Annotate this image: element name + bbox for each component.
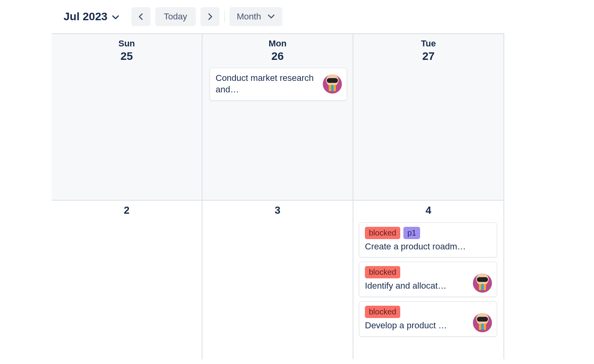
- calendar-cell-mon-3[interactable]: 3: [202, 201, 353, 359]
- calendar-cell-tue-27[interactable]: Tue 27: [353, 34, 504, 201]
- event-labels: blocked: [365, 266, 491, 278]
- cell-header: Tue 27: [353, 34, 503, 63]
- event-labels: blocked p1: [365, 227, 491, 239]
- toolbar-separator: [224, 11, 225, 23]
- event-card-title: Create a product roadm…: [365, 241, 491, 253]
- cell-header: Sun 25: [52, 34, 202, 63]
- event-card[interactable]: blocked p1 Create a product roadm…: [359, 222, 497, 258]
- view-picker[interactable]: Month: [230, 7, 282, 26]
- calendar-toolbar: Jul 2023 Today Month: [0, 0, 594, 33]
- assignee-avatar[interactable]: [323, 75, 342, 94]
- chevron-down-icon: [112, 13, 120, 21]
- day-number: 26: [202, 49, 353, 63]
- month-picker[interactable]: Jul 2023: [64, 10, 127, 23]
- day-number: 25: [52, 49, 202, 63]
- calendar-cell-tue-4[interactable]: 4 blocked p1 Create a product roadm… blo…: [353, 201, 504, 359]
- prev-button[interactable]: [131, 7, 150, 26]
- label-blocked[interactable]: blocked: [365, 227, 400, 239]
- day-number: 27: [353, 49, 503, 63]
- label-blocked[interactable]: blocked: [365, 266, 400, 278]
- day-number: 2: [52, 204, 202, 217]
- cell-cards: blocked p1 Create a product roadm… block…: [353, 217, 503, 337]
- calendar-week-row: 2 3 4 blocked p1 Create a product roadm…: [52, 201, 504, 359]
- assignee-avatar[interactable]: [473, 313, 492, 332]
- day-number: 4: [353, 204, 503, 217]
- calendar-week-row: Sun 25 Mon 26 Conduct market research an…: [52, 34, 504, 201]
- today-button-label: Today: [164, 11, 187, 22]
- event-card[interactable]: blocked Develop a product …: [359, 301, 497, 337]
- day-of-week: Sun: [52, 38, 202, 49]
- cell-header: Mon 26: [202, 34, 353, 63]
- day-number: 3: [202, 204, 353, 217]
- chevron-left-icon: [137, 13, 145, 21]
- calendar-cell-sun-2[interactable]: 2: [52, 201, 202, 359]
- cell-cards: Conduct market research and…: [202, 63, 353, 101]
- view-picker-label: Month: [237, 11, 261, 22]
- chevron-down-icon: [267, 13, 275, 21]
- next-button[interactable]: [201, 7, 220, 26]
- today-button[interactable]: Today: [155, 7, 196, 26]
- assignee-avatar[interactable]: [473, 274, 492, 293]
- month-label-text: Jul 2023: [64, 10, 108, 23]
- cell-header: 3: [202, 201, 353, 217]
- event-card[interactable]: Conduct market research and…: [210, 68, 347, 101]
- label-p1[interactable]: p1: [403, 227, 420, 239]
- chevron-right-icon: [206, 13, 214, 21]
- label-blocked[interactable]: blocked: [365, 306, 400, 318]
- calendar-cell-mon-26[interactable]: Mon 26 Conduct market research and…: [202, 34, 353, 201]
- calendar-grid: Sun 25 Mon 26 Conduct market research an…: [52, 33, 504, 359]
- day-of-week: Mon: [202, 38, 353, 49]
- cell-header: 2: [52, 201, 202, 217]
- event-card-title: Develop a product …: [365, 320, 491, 331]
- event-card-title: Conduct market research and…: [216, 72, 341, 96]
- day-of-week: Tue: [353, 38, 503, 49]
- event-card-title: Identify and allocat…: [365, 280, 491, 292]
- event-labels: blocked: [365, 306, 491, 318]
- calendar-cell-sun-25[interactable]: Sun 25: [52, 34, 202, 201]
- cell-header: 4: [353, 201, 503, 217]
- event-card[interactable]: blocked Identify and allocat…: [359, 262, 497, 297]
